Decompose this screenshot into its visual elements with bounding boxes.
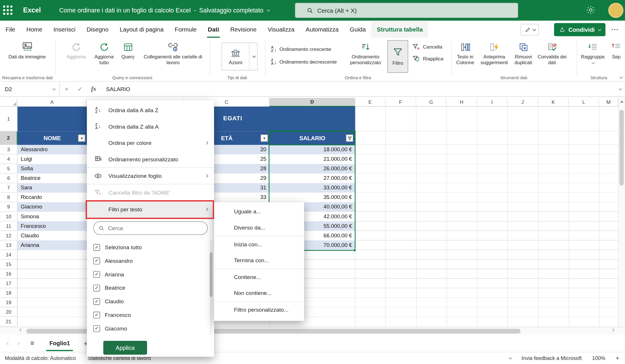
next-sheet-arrow-icon[interactable]	[16, 342, 20, 345]
submenu-item[interactable]: Filtro personalizzato...	[214, 301, 304, 317]
cell-salary[interactable]: 35.000,00 €	[270, 193, 355, 202]
eta-filter-dropdown-button[interactable]: ▼	[261, 134, 268, 142]
menu-item-sheet-view[interactable]: Visualizzazione foglio	[87, 168, 214, 184]
ribbon-tab[interactable]: Disegno	[81, 21, 114, 38]
submenu-item[interactable]: Inizia con...	[214, 236, 304, 252]
zoom-level[interactable]: 100%	[592, 355, 605, 361]
row-header[interactable]: 18	[0, 288, 18, 298]
remove-duplicates-button[interactable]: Rimuovi duplicati	[511, 41, 536, 65]
aggiorna-tutto-button[interactable]: Aggiorna tutto	[91, 41, 117, 65]
ribbon-tab[interactable]: Home	[21, 21, 48, 38]
row-header[interactable]: 14	[0, 250, 18, 260]
expand-formula-bar-chevron-icon[interactable]	[619, 87, 622, 90]
column-header-H[interactable]: H	[446, 98, 477, 107]
filter-checkbox-item[interactable]: ✓ Beatrice	[87, 281, 214, 295]
text-to-columns-button[interactable]: Testo in Colonne	[453, 41, 477, 65]
menu-scrollbar-thumb[interactable]	[210, 252, 212, 297]
ribbon-tab[interactable]: Struttura tabella	[371, 21, 428, 38]
ungroup-button-cut[interactable]: Sep	[607, 41, 625, 60]
cell-salary[interactable]: 21.000,00 €	[270, 154, 355, 164]
row-header[interactable]: 16	[0, 269, 18, 279]
menu-item-text-filters[interactable]: Filtri per testo	[87, 201, 214, 218]
row-header[interactable]: 7	[0, 183, 18, 193]
filter-checkbox-item[interactable]: ✓ Arianna	[87, 267, 214, 281]
checkbox-checked-icon[interactable]: ✓	[93, 284, 100, 291]
row-header[interactable]: 19	[0, 298, 18, 307]
ribbon-tab[interactable]: Formule	[169, 21, 202, 38]
all-sheets-menu-icon[interactable]: ≡	[30, 339, 34, 348]
confirm-entry-icon[interactable]: ✓	[73, 85, 87, 93]
ribbon-tab[interactable]: Layout di pagina	[114, 21, 169, 38]
column-header-G[interactable]: G	[416, 98, 446, 107]
submenu-item[interactable]: Contiene...	[214, 269, 304, 285]
settings-gear-icon[interactable]	[586, 5, 596, 16]
row-header-1[interactable]: 1	[0, 107, 18, 131]
scroll-up-arrow-icon[interactable]	[620, 100, 623, 103]
cell-name[interactable]: Beatrice	[18, 173, 87, 183]
column-header-M[interactable]: M	[599, 98, 618, 107]
checkbox-checked-icon[interactable]: ✓	[93, 325, 100, 332]
column-header-J[interactable]: J	[507, 98, 538, 107]
filtro-button-selected[interactable]: Filtro	[387, 40, 408, 73]
filter-checkbox-item[interactable]: ✓ Francesco	[87, 308, 214, 322]
filter-checkbox-item[interactable]: ✓ Alessandro	[87, 254, 214, 267]
column-header-I[interactable]: I	[477, 98, 507, 107]
row-header[interactable]: 17	[0, 279, 18, 288]
cell-name[interactable]: Francesco	[18, 221, 87, 231]
sort-descending-button[interactable]: ZA ↓ Ordinamento decrescente	[271, 58, 337, 66]
more-options-ellipsis-icon[interactable]: ···	[609, 23, 621, 36]
sort-ascending-button[interactable]: AZ ↓ Ordinamento crescente	[271, 46, 331, 53]
row-header[interactable]: 15	[0, 260, 18, 269]
checkbox-checked-icon[interactable]: ✓	[93, 298, 100, 305]
row-header[interactable]: 13	[0, 241, 18, 250]
ribbon-tab[interactable]: File	[0, 21, 21, 38]
fill-handle[interactable]	[353, 249, 356, 252]
select-all-corner[interactable]	[0, 98, 18, 107]
submenu-item[interactable]: Non contiene...	[214, 285, 304, 301]
cell-name[interactable]: Riccardo	[18, 193, 87, 202]
checkbox-checked-icon[interactable]: ✓	[93, 244, 100, 250]
feedback-link[interactable]: Invia feedback a Microsoft	[522, 355, 582, 361]
query-button[interactable]: Query	[118, 41, 138, 60]
row-header[interactable]: 11	[0, 221, 18, 231]
cell-salary[interactable]: 26.000,00 €	[270, 164, 355, 173]
vertical-scrollbar-thumb[interactable]	[619, 110, 624, 186]
checkbox-checked-icon[interactable]: ✓	[93, 271, 100, 278]
cell-name[interactable]: Sofia	[18, 164, 87, 173]
column-header-K[interactable]: K	[538, 98, 569, 107]
filter-search-input[interactable]: Cerca	[93, 221, 208, 235]
row-header[interactable]: 5	[0, 164, 18, 173]
column-header-A[interactable]: A	[18, 98, 87, 107]
ribbon-tab[interactable]: Visualizza	[262, 21, 300, 38]
cell-name[interactable]: Luigi	[18, 154, 87, 164]
name-box[interactable]: D2	[0, 82, 60, 96]
filter-checkbox-item[interactable]: ✓ Claudio	[87, 295, 214, 308]
custom-sort-button[interactable]: Ordinamento personalizzato	[345, 41, 386, 65]
name-box-chevron-icon[interactable]	[52, 87, 56, 90]
group-rows-button[interactable]: Raggruppa	[580, 41, 605, 64]
menu-item-sort-az[interactable]: AZ ↓ Ordina dalla A alla Z	[87, 102, 214, 118]
ribbon-tab[interactable]: Dati	[202, 21, 225, 38]
status-chevron-down-icon[interactable]	[509, 356, 512, 359]
row-header[interactable]: 20	[0, 307, 18, 317]
salario-filter-sort-button[interactable]	[346, 134, 353, 142]
app-name[interactable]: Excel	[23, 6, 41, 14]
apply-button[interactable]: Applica	[103, 341, 147, 355]
formula-value[interactable]: SALARIO	[106, 86, 130, 92]
nome-filter-dropdown-button[interactable]: ▼	[78, 134, 85, 142]
menu-item-custom-sort[interactable]: Ordinamento personalizzato	[87, 151, 214, 167]
collegamenti-button[interactable]: Collegamenti alle cartelle di lavoro	[140, 41, 206, 65]
cancel-entry-icon[interactable]: ×	[60, 86, 74, 92]
cell-salary[interactable]: 18.000,00 €	[270, 145, 355, 154]
document-title[interactable]: Come ordinare i dati in un foglio di cal…	[59, 7, 269, 14]
azioni-combo[interactable]: Azioni	[222, 43, 258, 70]
row-header[interactable]: 4	[0, 154, 18, 164]
column-header-E[interactable]: E	[355, 98, 386, 107]
menu-item-sort-by-color[interactable]: Ordina per colore	[87, 134, 214, 151]
cell-name[interactable]: Claudio	[18, 231, 87, 241]
row-header[interactable]: 3	[0, 145, 18, 154]
column-header-D[interactable]: D	[270, 98, 355, 107]
reapply-filter-button[interactable]: Riapplica	[412, 55, 443, 63]
row-header-2[interactable]: 2	[0, 131, 18, 145]
clear-filter-button[interactable]: Cancella	[412, 43, 442, 51]
